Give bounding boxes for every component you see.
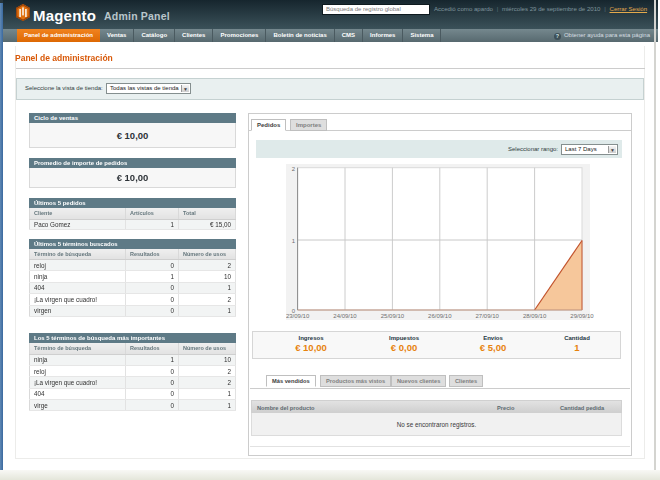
svg-text:27/09/10: 27/09/10 (476, 313, 500, 319)
svg-text:26/09/10: 26/09/10 (428, 313, 452, 319)
svg-text:28/09/10: 28/09/10 (523, 313, 547, 319)
svg-text:25/09/10: 25/09/10 (381, 313, 405, 319)
svg-text:23/09/10: 23/09/10 (286, 313, 310, 319)
svg-text:24/09/10: 24/09/10 (333, 313, 357, 319)
svg-text:1: 1 (292, 238, 296, 244)
svg-text:29/09/10: 29/09/10 (570, 313, 594, 319)
svg-text:2: 2 (292, 166, 296, 172)
